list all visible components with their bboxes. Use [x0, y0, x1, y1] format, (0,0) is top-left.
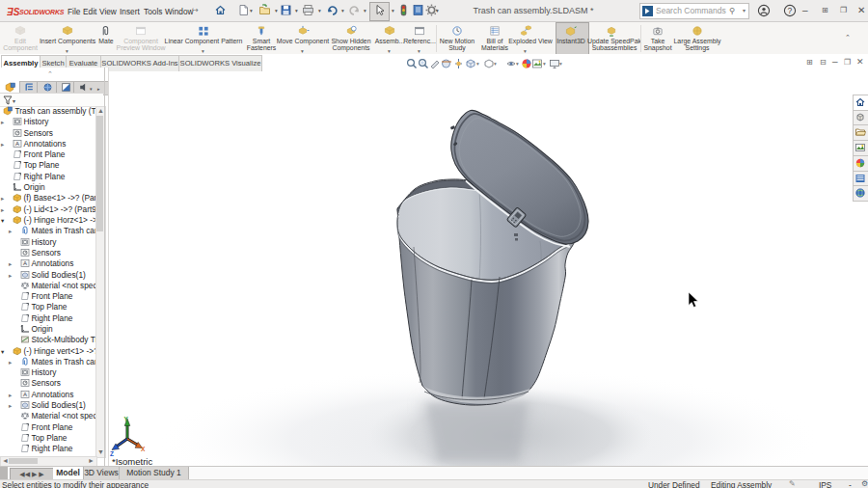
svg-text:*Isometric: *Isometric: [112, 456, 152, 466]
svg-text:X: X: [141, 446, 146, 452]
svg-text:▾: ▾: [13, 98, 15, 104]
svg-text:Y: Y: [124, 416, 129, 422]
svg-text:?: ?: [788, 6, 793, 15]
